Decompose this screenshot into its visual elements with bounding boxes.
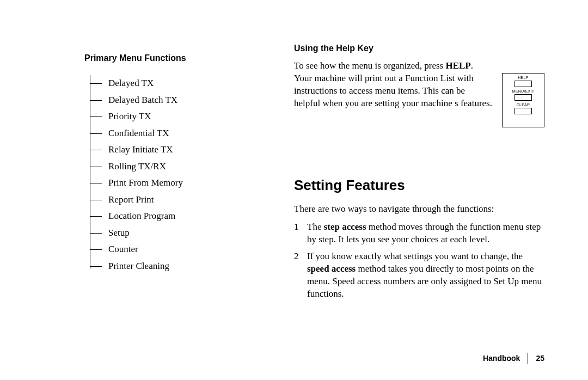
list-item: Setup	[90, 225, 264, 242]
menu-exit-key-icon	[514, 94, 532, 101]
menu-exit-key-label: MENU/EXIT	[503, 89, 544, 93]
list-item: Confidential TX	[90, 125, 264, 142]
footer-separator	[528, 353, 528, 364]
help-key-icon	[514, 81, 532, 87]
menu-list: Delayed TX Delayed Batch TX Priority TX …	[90, 75, 264, 274]
list-item: Printer Cleaning	[90, 258, 264, 275]
key-diagram: HELP MENU/EXIT CLEAR	[502, 73, 544, 127]
footer-label: Handbook	[483, 354, 520, 363]
list-item: Priority TX	[90, 108, 264, 125]
list-item: Counter	[90, 241, 264, 258]
list-item: Report Print	[90, 192, 264, 209]
numbered-item: 2 If you know exactly what settings you …	[294, 250, 544, 301]
setting-features-section: Setting Features There are two ways to n…	[294, 177, 544, 305]
list-item: Print From Memory	[90, 175, 264, 192]
help-paragraph: To see how the menu is organized, press …	[294, 60, 493, 110]
left-column: Primary Menu Functions Delayed TX Delaye…	[84, 53, 264, 274]
help-section: Using the Help Key To see how the menu i…	[294, 44, 544, 110]
clear-key-icon	[514, 108, 532, 114]
numbered-item: 1 The step access method moves through t…	[294, 221, 544, 246]
list-item: Delayed TX	[90, 75, 264, 92]
primary-menu-heading: Primary Menu Functions	[84, 53, 264, 63]
clear-key-label: CLEAR	[503, 103, 544, 107]
list-item: Delayed Batch TX	[90, 92, 264, 109]
setting-intro: There are two ways to navigate through t…	[294, 204, 544, 214]
help-key-label: HELP	[503, 76, 544, 79]
list-item: Rolling TX/RX	[90, 158, 264, 175]
footer: Handbook 25	[483, 353, 544, 364]
list-item: Location Program	[90, 208, 264, 225]
page-number: 25	[536, 354, 544, 363]
help-heading: Using the Help Key	[294, 44, 544, 53]
list-item: Relay Initiate TX	[90, 142, 264, 158]
setting-features-heading: Setting Features	[294, 177, 544, 194]
